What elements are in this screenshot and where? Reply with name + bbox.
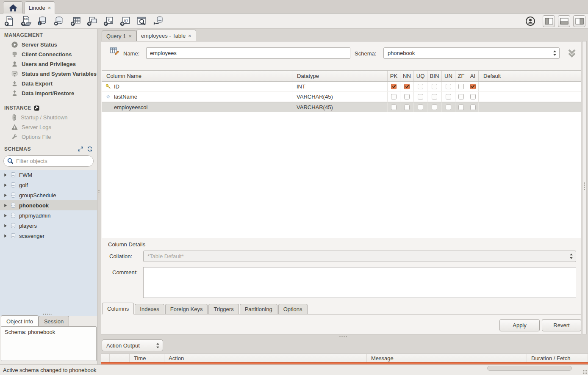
collapse-header-chevrons-icon[interactable]	[566, 49, 577, 58]
nn-checkbox[interactable]	[404, 94, 410, 99]
close-icon[interactable]: ×	[188, 33, 191, 39]
tab-session[interactable]: Session	[39, 316, 69, 327]
new-sql-tab-button[interactable]: SQL	[4, 16, 15, 27]
create-routine-button[interactable]	[103, 16, 114, 27]
ai-checkbox[interactable]	[470, 84, 476, 89]
un-checkbox[interactable]	[446, 105, 451, 110]
grid-header-nn[interactable]: NN	[400, 71, 414, 81]
window-resize-grip[interactable]	[582, 369, 587, 374]
grid-header-column-name[interactable]: Column Name	[102, 71, 292, 81]
column-row-employeescol[interactable]: employeescolVARCHAR(45)	[102, 102, 581, 112]
uq-checkbox[interactable]	[418, 84, 423, 89]
tri-right-icon[interactable]	[4, 183, 7, 187]
tab-connection-linode[interactable]: Linode ×	[25, 1, 55, 14]
collation-select[interactable]: *Table Default*	[143, 251, 576, 262]
reconnect-dbms-button[interactable]	[153, 16, 164, 27]
ai-checkbox[interactable]	[470, 94, 476, 99]
uq-checkbox[interactable]	[418, 94, 423, 99]
zf-checkbox[interactable]	[458, 84, 464, 89]
bin-checkbox[interactable]	[432, 94, 437, 99]
nn-checkbox[interactable]	[404, 105, 410, 110]
apply-button[interactable]: Apply	[499, 319, 540, 331]
tab-object-info[interactable]: Object Info	[1, 315, 39, 327]
tab-query-1[interactable]: Query 1 ×	[102, 30, 136, 41]
horizontal-scrollbar-thumb[interactable]	[487, 366, 572, 371]
toggle-left-panel-button[interactable]	[543, 15, 555, 27]
tri-right-icon[interactable]	[4, 204, 7, 207]
right-panel-splitter-handle[interactable]	[583, 182, 585, 190]
schema-item-players[interactable]: players	[0, 221, 97, 231]
expand-schemas-icon[interactable]	[78, 146, 83, 152]
ai-checkbox[interactable]	[470, 105, 476, 110]
sidebar-item-data-import-restore[interactable]: Data Import/Restore	[0, 88, 97, 98]
refresh-schemas-icon[interactable]	[87, 146, 93, 152]
tri-right-icon[interactable]	[4, 173, 7, 177]
pk-checkbox[interactable]	[391, 94, 397, 99]
sidebar-item-options-file[interactable]: Options File	[0, 132, 97, 142]
tri-right-icon[interactable]	[4, 234, 7, 238]
schema-item-phpmyadmin[interactable]: phpmyadmin	[0, 210, 97, 221]
schema-item-scavenger[interactable]: scavenger	[0, 231, 97, 241]
create-function-button[interactable]: f()	[119, 16, 130, 27]
sidebar-splitter-handle[interactable]	[98, 190, 100, 198]
grid-header-zf[interactable]: ZF	[455, 71, 467, 81]
create-view-button[interactable]	[86, 16, 97, 27]
sidebar-item-data-export[interactable]: Data Export	[0, 79, 97, 88]
subtab-foreign-keys[interactable]: Foreign Keys	[165, 304, 208, 314]
grid-header-bin[interactable]: BIN	[427, 71, 442, 81]
column-row-id[interactable]: IDINT	[102, 82, 581, 92]
zf-checkbox[interactable]	[458, 94, 464, 99]
schema-inspector-button[interactable]: i	[37, 16, 48, 27]
tab-home[interactable]	[3, 1, 23, 14]
un-checkbox[interactable]	[446, 94, 451, 99]
comment-textarea[interactable]	[143, 267, 576, 298]
subtab-indexes[interactable]: Indexes	[135, 304, 164, 314]
pk-checkbox[interactable]	[391, 105, 397, 110]
toggle-bottom-panel-button[interactable]	[558, 15, 570, 27]
schema-item-fwm[interactable]: FWM	[0, 170, 97, 180]
tri-right-icon[interactable]	[4, 193, 7, 197]
sidebar-item-users-and-privileges[interactable]: Users and Privileges	[0, 59, 97, 69]
sidebar-item-server-logs[interactable]: Server Logs	[0, 122, 97, 132]
schema-item-golf[interactable]: golf	[0, 180, 97, 190]
zf-checkbox[interactable]	[458, 105, 464, 110]
grid-header-datatype[interactable]: Datatype	[292, 71, 388, 81]
subtab-triggers[interactable]: Triggers	[208, 304, 239, 314]
schema-filter-input[interactable]	[16, 158, 91, 164]
tri-right-icon[interactable]	[4, 214, 7, 218]
column-row-lastname[interactable]: lastNameVARCHAR(45)	[102, 92, 581, 102]
schema-select[interactable]: phonebook	[383, 47, 560, 59]
uq-checkbox[interactable]	[418, 105, 423, 110]
bin-checkbox[interactable]	[432, 84, 437, 89]
user-account-button[interactable]	[525, 16, 536, 27]
pk-checkbox[interactable]	[391, 84, 397, 89]
subtab-partitioning[interactable]: Partitioning	[240, 304, 277, 314]
tab-employees-table[interactable]: employees - Table ×	[136, 30, 196, 41]
nn-checkbox[interactable]	[404, 84, 410, 89]
action-output-select[interactable]: Action Output	[102, 339, 163, 351]
search-table-data-button[interactable]	[136, 16, 147, 27]
toggle-right-panel-button[interactable]	[573, 15, 585, 27]
tri-right-icon[interactable]	[4, 224, 7, 228]
subtab-columns[interactable]: Columns	[102, 303, 134, 314]
output-splitter-handle[interactable]	[339, 336, 348, 338]
sidebar-item-status-and-system-variables[interactable]: Status and System Variables	[0, 69, 97, 79]
table-name-input[interactable]	[146, 47, 350, 59]
sidebar-item-startup-shutdown[interactable]: Startup / Shutdown	[0, 113, 97, 122]
grid-header-un[interactable]: UN	[442, 71, 455, 81]
grid-header-uq[interactable]: UQ	[414, 71, 427, 81]
close-icon[interactable]: ×	[48, 5, 51, 11]
revert-button[interactable]: Revert	[542, 319, 581, 331]
schema-item-groupschedule[interactable]: groupSchedule	[0, 190, 97, 200]
un-checkbox[interactable]	[446, 84, 451, 89]
create-schema-button[interactable]	[53, 16, 64, 27]
close-icon[interactable]: ×	[128, 33, 132, 39]
schema-item-phonebook[interactable]: phonebook	[0, 200, 97, 210]
grid-header-ai[interactable]: AI	[467, 71, 479, 81]
sidebar-item-server-status[interactable]: Server Status	[0, 40, 97, 50]
create-table-button[interactable]	[70, 16, 81, 27]
open-sql-script-button[interactable]: SQL	[20, 16, 31, 27]
subtab-options[interactable]: Options	[278, 304, 308, 314]
grid-header-default[interactable]: Default	[479, 71, 581, 81]
grid-header-pk[interactable]: PK	[388, 71, 400, 81]
